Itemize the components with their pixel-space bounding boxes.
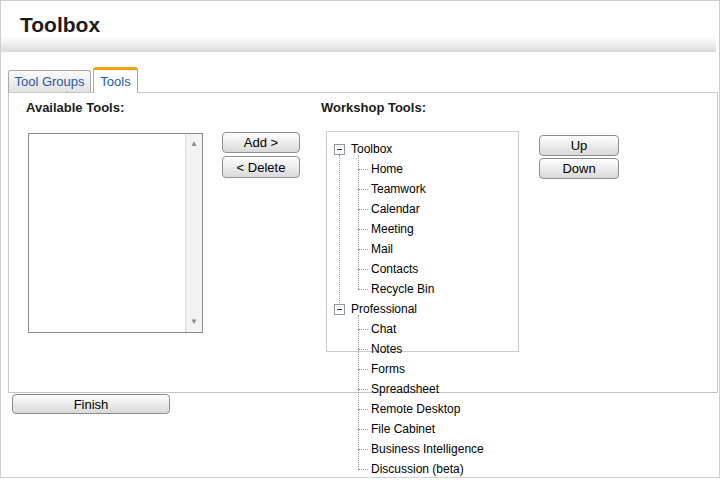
scroll-down-icon[interactable]: ▼ xyxy=(186,315,202,329)
tree-branch-icon xyxy=(358,349,368,350)
tree-node-label: Meeting xyxy=(371,222,414,236)
tree-node-label: Toolbox xyxy=(351,142,392,156)
tree-node-discussion-beta[interactable]: Discussion (beta) xyxy=(328,459,517,479)
tab-content-panel: Available Tools: ▲ ▼ Add > < Delete Work… xyxy=(8,92,718,393)
tree-node-mail[interactable]: Mail xyxy=(328,239,517,259)
page-title: Toolbox xyxy=(20,13,100,37)
tree-node-professional[interactable]: Professional xyxy=(328,299,517,319)
tree-branch-icon xyxy=(358,169,368,170)
add-button[interactable]: Add > xyxy=(222,132,300,153)
tree-branch-icon xyxy=(358,229,368,230)
tree-branch-icon xyxy=(358,289,368,290)
tree-node-label: Forms xyxy=(371,362,405,376)
tree-branch-icon xyxy=(358,449,368,450)
tree-node-label: Chat xyxy=(371,322,396,336)
tab-tool-groups[interactable]: Tool Groups xyxy=(8,70,91,92)
tree-node-label: Teamwork xyxy=(371,182,426,196)
workshop-tools-tree: Toolbox Home Teamwork Calendar Meeting xyxy=(326,131,519,352)
toolbox-window: Toolbox Tool Groups Tools Available Tool… xyxy=(0,0,727,480)
tree-branch-icon xyxy=(358,409,368,410)
tree-node-spreadsheet[interactable]: Spreadsheet xyxy=(328,379,517,399)
tree-node-contacts[interactable]: Contacts xyxy=(328,259,517,279)
tree-node-teamwork[interactable]: Teamwork xyxy=(328,179,517,199)
tree-branch-icon xyxy=(358,429,368,430)
tab-tools[interactable]: Tools xyxy=(93,67,138,93)
workshop-tools-label: Workshop Tools: xyxy=(321,100,426,115)
tree-node-label: Notes xyxy=(371,342,402,356)
tree-node-label: Spreadsheet xyxy=(371,382,439,396)
tree-node-label: Remote Desktop xyxy=(371,402,460,416)
tab-tool-groups-label: Tool Groups xyxy=(14,74,84,89)
collapse-icon[interactable] xyxy=(334,144,345,155)
tree-branch-icon xyxy=(358,189,368,190)
finish-button[interactable]: Finish xyxy=(12,394,170,414)
tree-node-chat[interactable]: Chat xyxy=(328,319,517,339)
tree-node-label: Home xyxy=(371,162,403,176)
tree-node-label: Calendar xyxy=(371,202,420,216)
scroll-up-icon[interactable]: ▲ xyxy=(186,137,202,151)
tree-node-label: Contacts xyxy=(371,262,418,276)
tab-tools-label: Tools xyxy=(100,74,130,89)
down-button[interactable]: Down xyxy=(539,158,619,179)
tree-node-label: Recycle Bin xyxy=(371,282,434,296)
tree-branch-icon xyxy=(358,329,368,330)
tree-node-label: File Cabinet xyxy=(371,422,435,436)
tree-node-recycle-bin[interactable]: Recycle Bin xyxy=(328,279,517,299)
header-divider xyxy=(1,36,716,52)
tree-branch-icon xyxy=(358,249,368,250)
tree-node-notes[interactable]: Notes xyxy=(328,339,517,359)
available-tools-label: Available Tools: xyxy=(26,100,124,115)
collapse-icon[interactable] xyxy=(334,304,345,315)
tree-node-remote-desktop[interactable]: Remote Desktop xyxy=(328,399,517,419)
scrollbar[interactable]: ▲ ▼ xyxy=(185,134,202,332)
delete-button[interactable]: < Delete xyxy=(222,156,300,178)
tree-branch-icon xyxy=(358,209,368,210)
tree-branch-icon xyxy=(358,469,368,470)
tree-node-label: Discussion (beta) xyxy=(371,462,464,476)
up-button[interactable]: Up xyxy=(539,135,619,156)
tree-branch-icon xyxy=(358,369,368,370)
tree-node-label: Mail xyxy=(371,242,393,256)
tree: Toolbox Home Teamwork Calendar Meeting xyxy=(328,139,517,479)
tree-node-home[interactable]: Home xyxy=(328,159,517,179)
tree-node-forms[interactable]: Forms xyxy=(328,359,517,379)
tree-node-meeting[interactable]: Meeting xyxy=(328,219,517,239)
tree-node-label: Professional xyxy=(351,302,417,316)
tree-node-business-intelligence[interactable]: Business Intelligence xyxy=(328,439,517,459)
tree-branch-icon xyxy=(358,269,368,270)
tree-node-file-cabinet[interactable]: File Cabinet xyxy=(328,419,517,439)
tree-branch-icon xyxy=(358,389,368,390)
tree-node-calendar[interactable]: Calendar xyxy=(328,199,517,219)
available-tools-listbox[interactable]: ▲ ▼ xyxy=(28,133,203,333)
tree-node-label: Business Intelligence xyxy=(371,442,484,456)
tree-node-toolbox[interactable]: Toolbox xyxy=(328,139,517,159)
